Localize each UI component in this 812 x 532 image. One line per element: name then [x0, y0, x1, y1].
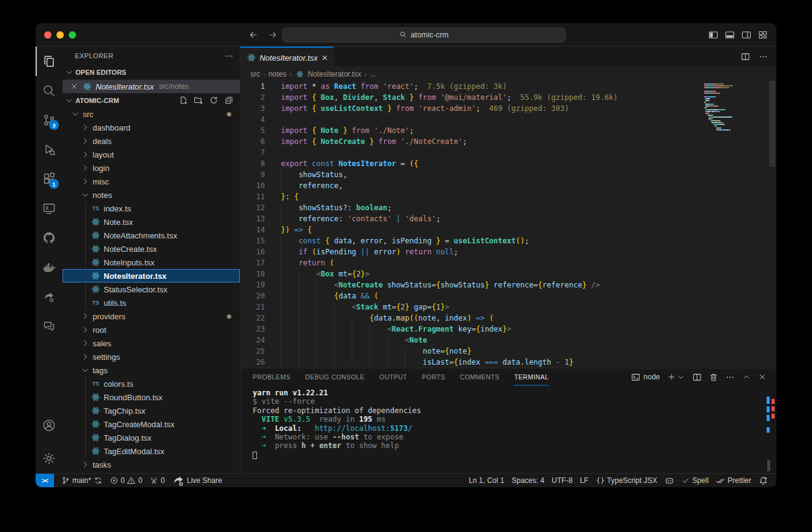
code-editor[interactable]: 1import * as React from 'react'; 7.5k (g… — [240, 81, 776, 368]
code-line-1[interactable]: 1import * as React from 'react'; 7.5k (g… — [240, 81, 776, 92]
toggle-panel-icon[interactable] — [725, 30, 735, 40]
panel-scrollbar[interactable] — [767, 460, 770, 471]
toggle-sidebar-icon[interactable] — [708, 30, 718, 40]
close-editor-icon[interactable] — [70, 82, 79, 91]
panel-more-actions-icon[interactable] — [726, 373, 735, 382]
zoom-window-button[interactable] — [69, 31, 76, 39]
tree-item-settings[interactable]: settings — [63, 350, 240, 363]
customize-layout-icon[interactable] — [758, 30, 768, 40]
git-branch-item[interactable]: main* — [58, 474, 106, 487]
ports-item[interactable]: 0 — [146, 474, 169, 487]
close-tab-icon[interactable]: ✕ — [321, 53, 328, 63]
comments-icon[interactable] — [36, 311, 63, 341]
tree-item-login[interactable]: login — [63, 161, 240, 175]
open-editors-section[interactable]: OPEN EDITORS — [63, 65, 240, 80]
tab-notesiterator[interactable]: NotesIterator.tsx ✕ — [240, 47, 334, 67]
language-mode-item[interactable]: TypeScript JSX — [592, 476, 661, 485]
back-icon[interactable] — [248, 30, 258, 40]
tree-item-StatusSelector.tsx[interactable]: StatusSelector.tsx — [63, 283, 240, 296]
editor-more-actions-icon[interactable] — [759, 52, 768, 61]
panel-tab-debug-console[interactable]: DEBUG CONSOLE — [305, 368, 365, 386]
notifications-item[interactable] — [755, 476, 772, 485]
panel-tab-terminal[interactable]: TERMINAL — [514, 368, 548, 386]
maximize-panel-icon[interactable] — [742, 373, 751, 381]
tree-item-tasks[interactable]: tasks — [63, 458, 240, 471]
indentation-item[interactable]: Spaces: 4 — [508, 476, 548, 485]
settings-gear-icon[interactable] — [36, 444, 63, 473]
command-center-search[interactable]: atomic-crm — [282, 28, 565, 42]
split-editor-icon[interactable] — [741, 52, 750, 61]
extensions-icon[interactable]: 1 — [36, 164, 63, 194]
code-line-13[interactable]: 13reference: 'contacts' | 'deals'; — [240, 213, 776, 224]
tree-item-deals[interactable]: deals — [63, 134, 240, 148]
breadcrumb-src[interactable]: src — [250, 70, 260, 78]
tree-item-notes[interactable]: notes — [63, 188, 240, 202]
collapse-folders-icon[interactable] — [224, 96, 234, 105]
code-line-3[interactable]: 3import { useListContext } from 'react-a… — [240, 103, 776, 114]
code-line-11[interactable]: 11}: { — [240, 191, 776, 202]
eol-item[interactable]: LF — [576, 476, 592, 485]
close-window-button[interactable] — [44, 31, 52, 39]
code-line-20[interactable]: 20{data && ( — [240, 291, 776, 302]
code-line-6[interactable]: 6import { NoteCreate } from './NoteCreat… — [240, 136, 776, 147]
terminal-dropdown-icon[interactable] — [677, 373, 685, 381]
tree-item-utils.ts[interactable]: TSutils.ts — [63, 296, 240, 310]
refresh-explorer-icon[interactable] — [209, 96, 218, 105]
code-line-25[interactable]: 25note={note} — [240, 346, 776, 357]
tree-item-TagDialog.tsx[interactable]: TagDialog.tsx — [63, 431, 240, 444]
panel-tab-problems[interactable]: PROBLEMS — [253, 368, 291, 386]
cursor-position-item[interactable]: Ln 1, Col 1 — [465, 476, 508, 485]
tree-item-NoteAttachments.tsx[interactable]: NoteAttachments.tsx — [63, 229, 240, 242]
minimap[interactable] — [704, 83, 765, 131]
code-line-19[interactable]: 19<NoteCreate showStatus={showStatus} re… — [240, 279, 776, 291]
panel-tab-ports[interactable]: PORTS — [422, 368, 445, 386]
tree-item-colors.ts[interactable]: TScolors.ts — [63, 377, 240, 390]
copilot-item[interactable] — [661, 476, 678, 485]
panel-tab-comments[interactable]: COMMENTS — [460, 368, 499, 386]
minimize-window-button[interactable] — [56, 31, 64, 39]
code-line-14[interactable]: 14}) => { — [240, 224, 776, 235]
encoding-item[interactable]: UTF-8 — [548, 476, 576, 485]
code-line-18[interactable]: 18<Box mt={2}> — [240, 268, 776, 279]
tree-item-NoteInputs.tsx[interactable]: NoteInputs.tsx — [63, 256, 240, 269]
tree-item-layout[interactable]: layout — [63, 148, 240, 161]
tree-item-src[interactable]: src — [63, 107, 240, 121]
tree-item-sales[interactable]: sales — [63, 336, 240, 350]
code-line-26[interactable]: 26isLast={index === data.length - 1} — [240, 357, 776, 368]
code-line-17[interactable]: 17return ( — [240, 257, 776, 268]
tree-item-providers[interactable]: providers — [63, 310, 240, 323]
toggle-secondary-sidebar-icon[interactable] — [741, 30, 751, 40]
code-line-12[interactable]: 12showStatus?: boolean; — [240, 202, 776, 213]
search-sidebar-icon[interactable] — [36, 76, 63, 105]
editor-scrollbar[interactable] — [769, 81, 775, 167]
tree-item-index.ts[interactable]: TSindex.ts — [63, 202, 240, 215]
remote-explorer-icon[interactable] — [36, 194, 63, 223]
account-icon[interactable] — [36, 411, 63, 440]
code-line-24[interactable]: 24<Note — [240, 335, 776, 346]
github-icon[interactable] — [36, 223, 63, 253]
tree-item-dashboard[interactable]: dashboard — [63, 121, 240, 134]
explorer-more-actions-icon[interactable] — [224, 51, 234, 61]
split-terminal-icon[interactable] — [692, 373, 702, 382]
new-folder-icon[interactable] — [194, 96, 203, 105]
explorer-icon[interactable] — [36, 47, 63, 76]
live-share-icon[interactable] — [36, 282, 63, 311]
code-line-4[interactable]: 4 — [240, 114, 776, 125]
tree-item-TagCreateModal.tsx[interactable]: TagCreateModal.tsx — [63, 417, 240, 431]
tree-item-RoundButton.tsx[interactable]: RoundButton.tsx — [63, 390, 240, 404]
tree-item-tags[interactable]: tags — [63, 363, 240, 377]
code-line-2[interactable]: 2import { Box, Divider, Stack } from '@m… — [240, 92, 776, 103]
tree-item-Note.tsx[interactable]: Note.tsx — [63, 215, 240, 229]
project-section-header[interactable]: ATOMIC-CRM — [63, 93, 240, 107]
close-panel-icon[interactable] — [758, 373, 767, 381]
open-editor-item[interactable]: NotesIterator.tsx src/notes — [63, 80, 240, 93]
code-line-21[interactable]: 21<Stack mt={2} gap={1}> — [240, 302, 776, 313]
code-line-23[interactable]: 23<React.Fragment key={index}> — [240, 324, 776, 335]
tree-item-NoteCreate.tsx[interactable]: NoteCreate.tsx — [63, 242, 240, 256]
kill-terminal-icon[interactable] — [709, 373, 718, 382]
breadcrumb-symbol[interactable]: … — [370, 70, 377, 78]
tree-item-root[interactable]: root — [63, 323, 240, 336]
run-debug-icon[interactable] — [36, 135, 63, 164]
forward-icon[interactable] — [268, 30, 278, 40]
terminal-shell-chip[interactable]: node — [631, 373, 660, 382]
